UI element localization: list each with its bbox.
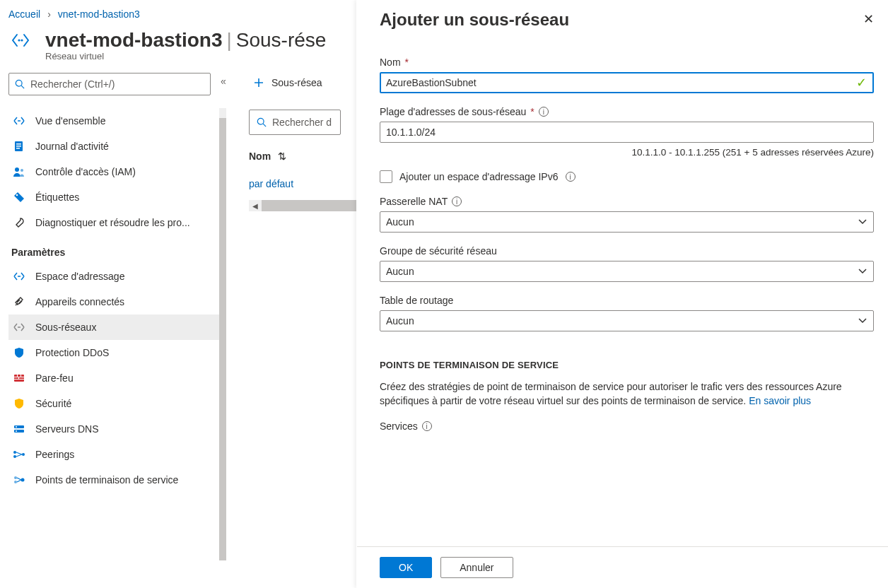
peerings-icon	[13, 448, 25, 461]
svg-rect-7	[16, 143, 21, 145]
sidebar-item-label: Diagnostiquer et résoudre les pro...	[35, 217, 190, 228]
sidebar-item-overview[interactable]: Vue d'ensemble	[8, 108, 226, 134]
info-icon[interactable]: i	[539, 107, 549, 117]
breadcrumb-current[interactable]: vnet-mod-bastion3	[58, 8, 140, 20]
people-icon	[13, 165, 25, 178]
svg-point-13	[18, 276, 19, 277]
vnet-small-icon	[13, 114, 25, 127]
ok-button[interactable]: OK	[380, 557, 432, 578]
svg-point-10	[15, 167, 19, 172]
sidebar-item-dns[interactable]: Serveurs DNS	[8, 416, 226, 442]
nsg-select[interactable]	[380, 261, 874, 282]
subnets-icon	[13, 321, 25, 334]
sidebar-item-iam[interactable]: Contrôle d'accès (IAM)	[8, 159, 226, 184]
sidebar-search[interactable]: Rechercher (Ctrl+/)	[8, 73, 211, 95]
svg-point-12	[16, 194, 18, 196]
subnet-search[interactable]: Rechercher d	[249, 110, 341, 135]
services-label: Services i	[380, 421, 874, 432]
svg-rect-18	[14, 377, 24, 377]
svg-rect-8	[16, 146, 21, 147]
chevron-right-icon: ›	[47, 8, 51, 20]
ipv6-label: Ajouter un espace d'adressage IPv6	[399, 171, 559, 182]
svg-rect-22	[18, 377, 19, 379]
sidebar-item-security[interactable]: Sécurité	[8, 391, 226, 416]
nat-select[interactable]	[380, 211, 874, 233]
service-endpoint-icon	[13, 474, 25, 486]
sidebar-item-label: Étiquettes	[35, 192, 79, 203]
firewall-icon	[13, 372, 25, 384]
search-icon	[257, 117, 267, 127]
address-space-icon	[13, 270, 25, 283]
learn-more-link[interactable]: En savoir plus	[749, 395, 811, 406]
log-icon	[13, 140, 25, 153]
sidebar-item-label: Vue d'ensemble	[35, 115, 105, 127]
subnet-link[interactable]: par défaut	[249, 178, 293, 189]
svg-line-3	[21, 86, 24, 88]
collapse-sidebar-icon[interactable]: »	[221, 77, 226, 88]
scroll-left-icon[interactable]: ◀	[249, 200, 262, 211]
cancel-button[interactable]: Annuler	[440, 557, 513, 578]
svg-rect-9	[16, 148, 20, 149]
name-input[interactable]	[380, 72, 874, 93]
col-name[interactable]: Nom	[249, 151, 271, 162]
wrench-icon	[13, 216, 25, 229]
svg-point-0	[18, 39, 20, 41]
sidebar-item-label: Sécurité	[35, 398, 71, 409]
info-icon[interactable]: i	[452, 196, 462, 206]
service-endpoints-description: Créez des stratégies de point de termina…	[380, 380, 874, 408]
sort-icon[interactable]	[278, 151, 286, 161]
shield-icon	[13, 346, 25, 359]
sidebar-section-settings: Paramètres	[8, 235, 226, 264]
sidebar-item-label: Points de terminaison de service	[35, 474, 178, 486]
ipv6-checkbox[interactable]: Ajouter un espace d'adressage IPv6 i	[380, 170, 874, 183]
tag-icon	[13, 191, 25, 204]
svg-point-26	[16, 430, 17, 432]
sidebar-item-subnets[interactable]: Sous-réseaux	[8, 314, 226, 340]
sidebar-item-diagnose[interactable]: Diagnostiquer et résoudre les pro...	[8, 210, 226, 235]
info-icon[interactable]: i	[422, 421, 432, 431]
routetable-label: Table de routage	[380, 295, 874, 306]
svg-rect-20	[17, 375, 18, 377]
add-subnet-button[interactable]: Sous-résea	[249, 74, 327, 91]
sidebar-item-tags[interactable]: Étiquettes	[8, 184, 226, 210]
routetable-select[interactable]	[380, 310, 874, 331]
security-icon	[13, 397, 25, 410]
range-label: Plage d'adresses de sous-réseau* i	[380, 106, 874, 117]
svg-point-32	[21, 478, 25, 482]
sidebar-item-ddos[interactable]: Protection DDoS	[8, 340, 226, 365]
breadcrumb-home[interactable]: Accueil	[8, 8, 40, 20]
range-hint: 10.1.1.0 - 10.1.1.255 (251 + 5 adresses …	[380, 147, 874, 158]
svg-rect-21	[21, 375, 21, 377]
sidebar-item-service-endpoints[interactable]: Points de terminaison de service	[8, 467, 226, 493]
sidebar-search-placeholder: Rechercher (Ctrl+/)	[30, 78, 115, 90]
plus-icon	[253, 77, 264, 88]
sidebar-scrollbar-up[interactable]	[219, 108, 226, 118]
sidebar-item-label: Peerings	[35, 449, 74, 460]
nsg-label: Groupe de sécurité réseau	[380, 245, 874, 257]
sidebar-item-firewall[interactable]: Pare-feu	[8, 365, 226, 391]
info-icon[interactable]: i	[566, 172, 576, 182]
sidebar-item-label: Serveurs DNS	[35, 423, 98, 435]
svg-point-25	[16, 426, 17, 428]
sidebar-item-connected-devices[interactable]: Appareils connectés	[8, 289, 226, 314]
sidebar-item-label: Pare-feu	[35, 372, 74, 384]
svg-point-4	[18, 120, 19, 122]
plug-icon	[13, 295, 25, 308]
service-endpoints-heading: POINTS DE TERMINAISON DE SERVICE	[380, 360, 874, 370]
svg-rect-19	[14, 379, 24, 380]
sidebar-item-address-space[interactable]: Espace d'adressage	[8, 264, 226, 289]
svg-point-29	[22, 453, 25, 456]
add-subnet-label: Sous-résea	[271, 77, 322, 88]
sidebar-item-label: Espace d'adressage	[35, 271, 124, 282]
svg-point-1	[21, 39, 23, 41]
sidebar-item-peerings[interactable]: Peerings	[8, 442, 226, 467]
svg-point-11	[21, 169, 23, 172]
range-input[interactable]	[380, 122, 874, 143]
check-icon: ✓	[856, 75, 867, 90]
sidebar-item-activity-log[interactable]: Journal d'activité	[8, 134, 226, 159]
sidebar-scrollbar-thumb[interactable]	[219, 118, 226, 560]
svg-point-2	[16, 80, 22, 86]
sidebar-item-label: Contrôle d'accès (IAM)	[35, 166, 136, 177]
svg-point-28	[13, 455, 16, 458]
close-icon[interactable]: ✕	[863, 13, 874, 25]
